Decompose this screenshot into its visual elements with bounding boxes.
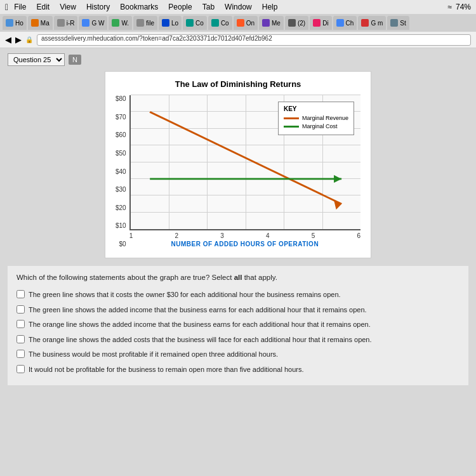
tab-co1[interactable]: Co [183,16,207,30]
tab-ch-label: Ch [346,20,354,27]
tab-st-icon [390,19,398,27]
tab-2[interactable]: (2) [285,16,308,30]
tab-file-icon [136,19,144,27]
battery-label: 74% [456,3,471,11]
menu-tab[interactable]: Tab [198,1,219,13]
tab-ch[interactable]: Ch [333,16,357,30]
answer-option-2: The green line shows the added income th… [17,305,459,315]
menu-help[interactable]: Help [258,1,282,13]
tab-gm[interactable]: G m [358,16,386,30]
question-text-before: Which of the following statements about … [17,274,232,281]
question-text-bold: all [234,274,242,281]
menu-window[interactable]: Window [220,1,256,13]
checkbox-1[interactable] [17,290,25,298]
tab-di[interactable]: Di [310,16,331,30]
answer-label-5: The business would be most profitable if… [29,349,278,360]
menu-file[interactable]: File [10,1,30,13]
mc-arrowhead [334,175,341,183]
checkbox-6[interactable] [17,365,25,373]
key-mr-label: Marginal Revenue [302,115,348,121]
tab-w[interactable]: W. [109,16,132,30]
tab-lo-icon [162,19,169,27]
x-axis-labels: 1 2 3 4 5 6 [129,230,360,239]
checkbox-3[interactable] [17,320,25,328]
tab-ma-label: Ma [41,20,50,27]
chart-container: The Law of Diminishing Returns $0 $10 $2… [105,71,371,258]
x-label-4: 4 [266,232,270,239]
tab-gm-icon [361,19,369,27]
back-button[interactable]: ◀ [5,35,11,44]
tab-me-label: Me [272,20,281,27]
x-label-1: 1 [129,232,133,239]
x-label-6: 6 [357,232,360,239]
x-axis-title: NUMBER OF ADDED HOURS OF OPERATION [129,241,360,248]
tab-ma[interactable]: Ma [28,16,53,30]
tab-lo[interactable]: Lo [159,16,182,30]
tab-st-label: St [400,20,406,27]
tab-ho[interactable]: Ho [3,16,27,30]
key-mr-item: Marginal Revenue [284,115,348,121]
question-dropdown[interactable]: Question 25 [8,53,65,66]
menu-history[interactable]: History [82,1,114,13]
checkbox-2[interactable] [17,305,25,314]
tab-gw[interactable]: G W [79,16,107,30]
url-bar[interactable]: assesssdelivery.mheducation.com/?token=a… [37,34,471,46]
tab-gw-icon [82,19,89,27]
forward-button[interactable]: ▶ [15,35,22,44]
checkbox-4[interactable] [17,335,25,343]
tab-ch-icon [336,19,344,27]
answer-label-3: The orange line shows the added income t… [29,319,371,330]
tab-st[interactable]: St [387,16,409,30]
y-label-50: $50 [116,150,126,157]
y-label-10: $10 [116,222,126,229]
tab-on[interactable]: On [234,16,258,30]
menu-edit[interactable]: Edit [32,1,54,13]
menu-right: ≈ 74% [447,3,471,11]
chart-key: KEY Marginal Revenue Marginal Cost [278,102,354,135]
tab-me[interactable]: Me [259,16,284,30]
tab-ho-icon [6,19,13,27]
tab-co2[interactable]: Co [208,16,232,30]
question-text-after: that apply. [244,274,277,281]
y-label-30: $30 [116,186,126,193]
tab-ir-icon [57,19,65,27]
checkbox-5[interactable] [17,350,25,358]
menu-bar:  File Edit View History Bookmarks Peopl… [0,0,476,14]
menu-view[interactable]: View [55,1,81,13]
tab-co1-icon [186,19,194,27]
answer-option-3: The orange line shows the added income t… [17,319,459,330]
answer-label-6: It would not be profitable for the busin… [29,364,304,375]
tab-lo-label: Lo [171,20,178,27]
menu-people[interactable]: People [164,1,196,13]
key-mc-item: Marginal Cost [284,123,348,129]
apple-menu[interactable]:  [5,2,8,12]
next-question-button[interactable]: N [69,55,81,65]
menu-bookmarks[interactable]: Bookmarks [116,1,162,13]
key-mr-line [284,117,299,119]
y-label-60: $60 [116,131,126,138]
tab-2-icon [288,19,296,27]
tab-ir-label: i-R [67,20,75,27]
tab-bar: Ho Ma i-R G W W. file Lo Co Co On Me [0,14,476,32]
question-selector: Question 25 N [8,53,468,66]
answer-label-2: The green line shows the added income th… [29,305,367,315]
key-mc-label: Marginal Cost [302,123,338,129]
tab-gw-label: G W [91,20,104,27]
tab-gm-label: G m [371,20,383,27]
y-label-40: $40 [116,168,126,175]
tab-file[interactable]: file [133,16,157,30]
address-bar: ◀ ▶ 🔒 assesssdelivery.mheducation.com/?t… [0,32,476,48]
tab-on-label: On [246,20,255,27]
tab-ir[interactable]: i-R [54,16,78,30]
tab-di-icon [313,19,321,27]
y-axis: $0 $10 $20 $30 $40 $50 $60 $70 $80 [116,95,129,248]
tab-co2-label: Co [221,20,229,27]
tab-co1-label: Co [195,20,204,27]
y-label-70: $70 [116,114,126,121]
tab-2-label: (2) [298,20,305,27]
x-label-3: 3 [220,232,224,239]
tab-di-label: Di [322,20,328,27]
tab-ho-label: Ho [15,20,23,27]
tab-w-icon [112,19,119,27]
tab-ma-icon [31,19,39,27]
